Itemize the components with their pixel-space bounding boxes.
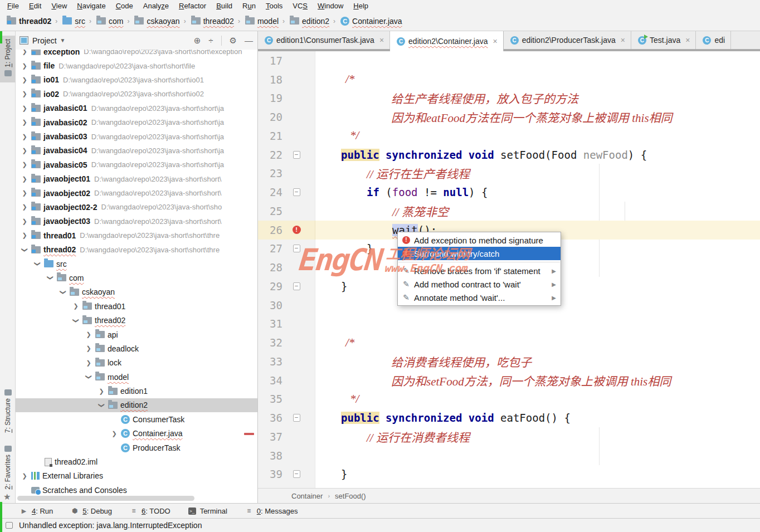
- breadcrumb-item[interactable]: CContainer.java: [339, 17, 402, 26]
- menu-window[interactable]: Window: [313, 1, 348, 11]
- tree-expand-arrow[interactable]: ❯: [47, 272, 54, 284]
- tree-row[interactable]: ❯lock: [16, 356, 257, 370]
- tree-row[interactable]: ❯edition1: [16, 384, 257, 398]
- breadcrumb-class[interactable]: Container: [291, 492, 323, 500]
- tree-expand-arrow[interactable]: ❯: [109, 430, 120, 437]
- fold-marker-icon[interactable]: −: [293, 282, 300, 290]
- tree-row[interactable]: ❯javabasic02D:\wangdao\repo\2023\java-sh…: [16, 115, 257, 129]
- chevron-down-icon[interactable]: ▼: [60, 37, 66, 43]
- toolwindow-button-messages[interactable]: ≡0: Messages: [245, 507, 298, 515]
- tree-row[interactable]: CConsumerTask: [16, 412, 257, 426]
- tree-expand-arrow[interactable]: ❯: [19, 147, 30, 154]
- code-editor[interactable]: 1718/*19给生产者线程使用，放入包子的方法20因为和eatFood方法在同…: [258, 51, 760, 488]
- toolwindow-button-todo[interactable]: ≡6: TODO: [130, 507, 170, 515]
- breadcrumb-item[interactable]: thread02: [190, 17, 234, 26]
- breadcrumb-item[interactable]: cskaoyan: [133, 17, 179, 26]
- tree-row[interactable]: ❯CContainer.java: [16, 427, 257, 441]
- close-icon[interactable]: ×: [493, 37, 498, 46]
- horizontal-scrollbar[interactable]: [17, 496, 194, 501]
- editor-tab[interactable]: Cedition1\ConsumerTask.java×: [258, 31, 390, 49]
- menu-view[interactable]: View: [46, 1, 72, 11]
- breadcrumb-item[interactable]: com: [95, 17, 123, 26]
- tree-row[interactable]: ❯io01D:\wangdao\repo\2023\java-short\sho…: [16, 73, 257, 87]
- menu-code[interactable]: Code: [111, 1, 138, 11]
- close-icon[interactable]: ×: [621, 36, 625, 45]
- toolwindow-tab-project[interactable]: 1: Project: [0, 36, 16, 82]
- tree-expand-arrow[interactable]: ❯: [83, 331, 94, 338]
- tree-row[interactable]: ❯thread01: [16, 299, 257, 313]
- fold-marker-icon[interactable]: −: [293, 414, 300, 422]
- popup-menu-item[interactable]: ✎Annotate method 'wait'...▶: [398, 291, 561, 304]
- tree-expand-arrow[interactable]: ❯: [19, 105, 30, 112]
- star-icon[interactable]: ★: [3, 492, 11, 502]
- tree-row[interactable]: CProducerTask: [16, 441, 257, 455]
- tree-row[interactable]: ❯cskaoyan: [16, 285, 257, 299]
- tree-row[interactable]: ❯exceptionD:\wangdao\repo\2023\java-shor…: [16, 50, 257, 58]
- fold-marker-icon[interactable]: −: [293, 188, 300, 196]
- popup-menu-item[interactable]: ✎Remove braces from 'if' statement▶: [398, 264, 561, 277]
- menu-run[interactable]: Run: [237, 1, 261, 11]
- editor-tab[interactable]: Cedition2\Container.java×: [390, 31, 504, 51]
- breadcrumb-item[interactable]: model: [244, 17, 279, 26]
- menu-analyze[interactable]: Analyze: [138, 1, 174, 11]
- tree-expand-arrow[interactable]: ❯: [96, 388, 107, 395]
- tree-expand-arrow[interactable]: ❯: [72, 315, 80, 326]
- tree-expand-arrow[interactable]: ❯: [19, 62, 30, 70]
- tree-expand-arrow[interactable]: ❯: [83, 345, 94, 352]
- tree-row[interactable]: ❯io02D:\wangdao\repo\2023\java-short\sho…: [16, 87, 257, 101]
- popup-menu-item[interactable]: !Add exception to method signature: [398, 233, 561, 247]
- toolwindow-tab-structure[interactable]: 7: Structure: [0, 387, 16, 433]
- tree-expand-arrow[interactable]: ❯: [19, 119, 30, 126]
- menu-tools[interactable]: Tools: [261, 1, 288, 11]
- toolwindow-tab-favorites[interactable]: 2: Favorites: [0, 443, 16, 490]
- tree-expand-arrow[interactable]: ❯: [83, 359, 94, 367]
- toolwindow-button-debug[interactable]: ⬢5: Debug: [71, 507, 112, 515]
- close-icon[interactable]: ×: [685, 36, 690, 45]
- tree-expand-arrow[interactable]: ❯: [19, 76, 30, 84]
- tree-row[interactable]: ❯src: [16, 257, 257, 271]
- popup-menu-item[interactable]: ✎Add method contract to 'wait'▶: [398, 277, 561, 291]
- tree-row[interactable]: ❯model: [16, 370, 257, 384]
- tree-expand-arrow[interactable]: ❯: [21, 244, 28, 255]
- tree-expand-arrow[interactable]: ❯: [19, 50, 30, 55]
- toggle-margins-icon[interactable]: [6, 522, 13, 529]
- tree-row[interactable]: ❯deadlock: [16, 341, 257, 355]
- tree-expand-arrow[interactable]: ❯: [34, 258, 41, 270]
- fold-marker-icon[interactable]: −: [293, 151, 300, 159]
- hide-panel-icon[interactable]: —: [245, 36, 253, 45]
- tree-row[interactable]: ❯External Libraries: [16, 469, 257, 483]
- project-panel-title[interactable]: Project: [32, 36, 57, 45]
- breadcrumb-item[interactable]: src: [61, 17, 85, 26]
- menu-edit[interactable]: Edit: [24, 1, 46, 11]
- tree-row[interactable]: ❯javabasic03D:\wangdao\repo\2023\java-sh…: [16, 129, 257, 143]
- fold-marker-icon[interactable]: −: [293, 470, 300, 478]
- tree-row[interactable]: ❯javabasic04D:\wangdao\repo\2023\java-sh…: [16, 144, 257, 158]
- tree-row[interactable]: ❯thread01D:\wangdao\repo\2023\java-short…: [16, 228, 257, 242]
- tree-row[interactable]: ❯api: [16, 328, 257, 341]
- popup-menu-item[interactable]: !Surround with try/catch: [398, 247, 561, 260]
- settings-gear-icon[interactable]: ⚙: [230, 36, 237, 46]
- tree-expand-arrow[interactable]: ❯: [19, 189, 30, 197]
- breadcrumb-item[interactable]: edition2: [289, 17, 329, 26]
- tree-row[interactable]: ❯thread02: [16, 313, 257, 327]
- tree-expand-arrow[interactable]: ❯: [19, 203, 30, 211]
- tree-expand-arrow[interactable]: ❯: [19, 472, 30, 480]
- collapse-all-icon[interactable]: ÷: [208, 36, 213, 45]
- tree-row[interactable]: ❯fileD:\wangdao\repo\2023\java-short\sho…: [16, 58, 257, 72]
- menu-refactor[interactable]: Refactor: [174, 1, 211, 11]
- tree-row[interactable]: ❯edition2: [16, 398, 257, 412]
- tree-expand-arrow[interactable]: ❯: [85, 372, 92, 383]
- tree-expand-arrow[interactable]: ❯: [98, 399, 105, 411]
- tree-row[interactable]: ❯javaobject02D:\wangdao\repo\2023\java-s…: [16, 186, 257, 200]
- tree-row[interactable]: thread02.iml: [16, 455, 257, 468]
- breadcrumb-item[interactable]: thread02: [6, 17, 51, 26]
- tree-expand-arrow[interactable]: ❯: [19, 175, 30, 183]
- menu-navigate[interactable]: Navigate: [72, 1, 110, 11]
- tree-expand-arrow[interactable]: ❯: [19, 232, 30, 239]
- menu-vcs[interactable]: VCS: [288, 1, 313, 11]
- breadcrumb-method[interactable]: setFood(): [335, 492, 366, 500]
- tree-row[interactable]: ❯thread02D:\wangdao\repo\2023\java-short…: [16, 242, 257, 256]
- tree-expand-arrow[interactable]: ❯: [70, 302, 81, 310]
- tree-row[interactable]: ❯javaobject01D:\wangdao\repo\2023\java-s…: [16, 172, 257, 186]
- fold-marker-icon[interactable]: −: [293, 245, 300, 252]
